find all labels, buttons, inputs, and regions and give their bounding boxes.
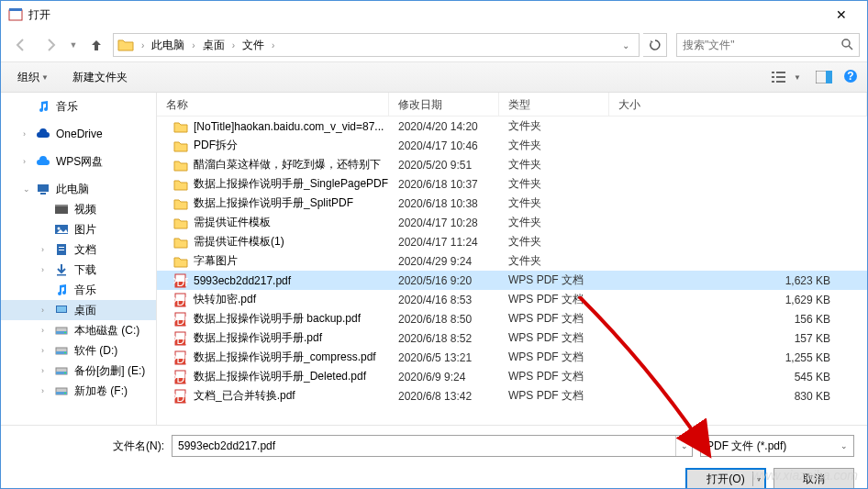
file-row[interactable]: 数据上报操作说明手册_SinglePagePDF2020/6/18 10:37文… [157, 174, 867, 194]
refresh-button[interactable] [643, 33, 667, 57]
sidebar-item-下载[interactable]: ›下载 [1, 260, 156, 280]
file-type: WPS PDF 文档 [499, 369, 609, 384]
disk-icon [54, 363, 69, 378]
file-date: 2020/4/17 11:24 [389, 236, 499, 249]
search-box[interactable] [676, 33, 860, 57]
close-button[interactable]: ✕ [823, 1, 860, 28]
svg-text:PDF: PDF [173, 315, 188, 327]
svg-rect-8 [772, 81, 774, 83]
file-type: 文件夹 [499, 176, 609, 192]
expand-icon[interactable]: › [41, 306, 52, 315]
cancel-button[interactable]: 取消 [773, 468, 854, 489]
help-button[interactable]: ? [843, 69, 858, 86]
sidebar-item-桌面[interactable]: ›桌面 [1, 300, 156, 320]
doc-icon [54, 242, 69, 257]
open-button-dropdown[interactable]: ▾ [752, 472, 761, 486]
sidebar-item-label: 此电脑 [56, 182, 89, 197]
breadcrumb-此电脑[interactable]: 此电脑 [148, 37, 188, 53]
file-name: PDF拆分 [194, 138, 238, 153]
svg-point-2 [842, 39, 850, 47]
filename-input[interactable] [172, 439, 675, 452]
file-size: 156 KB [609, 313, 867, 326]
svg-rect-4 [772, 72, 774, 73]
sidebar-item-软件 (D:)[interactable]: ›软件 (D:) [1, 340, 156, 361]
file-row[interactable]: 需提供证件模板(1)2020/4/17 11:24文件夹 [157, 232, 867, 251]
file-row[interactable]: PDF文档_已合并转换.pdf2020/6/8 13:42WPS PDF 文档8… [157, 386, 867, 406]
expand-icon[interactable]: › [23, 129, 34, 139]
filetype-dropdown[interactable]: ⌄ [840, 441, 848, 450]
file-row[interactable]: PDF数据上报操作说明手册_compress.pdf2020/6/5 13:21… [157, 348, 867, 367]
file-row[interactable]: PDF数据上报操作说明手册 backup.pdf2020/6/18 8:50WP… [157, 309, 867, 328]
sidebar-item-备份[勿删] (E:)[interactable]: ›备份[勿删] (E:) [1, 361, 156, 381]
new-folder-button[interactable]: 新建文件夹 [65, 67, 135, 88]
file-type: WPS PDF 文档 [499, 388, 609, 404]
file-row[interactable]: 醋溜白菜这样做，好吃到爆，还特别下2020/5/20 9:51文件夹 [157, 155, 867, 174]
search-input[interactable] [683, 39, 840, 51]
file-name: 数据上报操作说明手册.pdf [194, 330, 322, 346]
expand-icon[interactable]: › [41, 265, 52, 274]
breadcrumb[interactable]: › 此电脑›桌面›文件› ⌄ [113, 33, 640, 57]
column-header-date[interactable]: 修改日期 [389, 93, 499, 116]
svg-text:PDF: PDF [173, 392, 188, 404]
file-row[interactable]: [NoTitle]haokan.baidu.com_v_vid=87...202… [157, 117, 867, 136]
file-size: 1,255 KB [609, 351, 867, 364]
preview-pane-button[interactable] [812, 69, 836, 85]
nav-up-button[interactable] [83, 32, 109, 58]
sidebar-item-图片[interactable]: 图片 [1, 219, 156, 239]
filename-combo[interactable]: ⌄ [172, 435, 693, 457]
organize-button[interactable]: 组织 ▼ [10, 67, 56, 88]
file-name: 数据上报操作说明手册_SinglePagePDF [194, 176, 388, 192]
breadcrumb-dropdown[interactable]: ⌄ [617, 40, 635, 50]
file-row[interactable]: PDF5993ecb2dd217.pdf2020/5/16 9:20WPS PD… [157, 271, 867, 290]
svg-rect-1 [9, 8, 22, 11]
sidebar-item-OneDrive[interactable]: ›OneDrive [1, 124, 156, 144]
file-type: 文件夹 [499, 195, 609, 211]
file-row[interactable]: PDF数据上报操作说明手册_Deleted.pdf2020/6/9 9:24WP… [157, 367, 867, 386]
sidebar-item-本地磁盘 (C:)[interactable]: ›本地磁盘 (C:) [1, 320, 156, 340]
column-header-type[interactable]: 类型 [499, 93, 609, 116]
expand-icon[interactable]: ⌄ [23, 184, 34, 194]
folder-icon [117, 37, 134, 53]
view-list-button[interactable]: ▼ [768, 68, 805, 86]
sidebar-item-视频[interactable]: 视频 [1, 199, 156, 219]
filename-dropdown[interactable]: ⌄ [675, 436, 692, 456]
file-name: 快转加密.pdf [194, 292, 256, 307]
filetype-combo[interactable]: PDF 文件 (*.pdf) ⌄ [700, 435, 854, 457]
chevron-right-icon: › [138, 40, 148, 50]
column-header-size[interactable]: 大小 [609, 93, 867, 116]
search-icon[interactable] [840, 38, 853, 53]
file-row[interactable]: 字幕图片2020/4/29 9:24文件夹 [157, 251, 867, 271]
nav-recent-dropdown[interactable]: ▼ [67, 32, 80, 58]
sidebar: 音乐›OneDrive›WPS网盘⌄此电脑视频图片›文档›下载音乐›桌面›本地磁… [1, 93, 157, 425]
file-date: 2020/6/18 10:38 [389, 197, 499, 210]
file-date: 2020/4/20 14:20 [389, 120, 499, 133]
sidebar-item-此电脑[interactable]: ⌄此电脑 [1, 179, 156, 199]
expand-icon[interactable]: › [41, 386, 52, 395]
file-type: WPS PDF 文档 [499, 292, 609, 307]
expand-icon[interactable]: › [41, 366, 52, 375]
expand-icon[interactable]: › [41, 326, 52, 335]
file-row[interactable]: PDF快转加密.pdf2020/4/16 8:53WPS PDF 文档1,629… [157, 290, 867, 309]
sidebar-item-新加卷 (F:)[interactable]: ›新加卷 (F:) [1, 381, 156, 401]
sidebar-item-文档[interactable]: ›文档 [1, 239, 156, 260]
sidebar-item-音乐[interactable]: 音乐 [1, 96, 156, 117]
breadcrumb-文件[interactable]: 文件 [239, 37, 268, 53]
cloud-icon [36, 154, 50, 169]
file-date: 2020/6/18 10:37 [389, 178, 499, 191]
file-row[interactable]: PDF拆分2020/4/17 10:46文件夹 [157, 136, 867, 155]
expand-icon[interactable]: › [41, 245, 52, 254]
file-row[interactable]: 数据上报操作说明手册_SplitPDF2020/6/18 10:38文件夹 [157, 194, 867, 213]
file-date: 2020/4/17 10:28 [389, 217, 499, 229]
file-row[interactable]: PDF数据上报操作说明手册.pdf2020/6/18 8:52WPS PDF 文… [157, 328, 867, 348]
desk-icon [54, 303, 69, 317]
file-date: 2020/5/20 9:51 [389, 159, 499, 172]
expand-icon[interactable]: › [23, 157, 34, 166]
open-button[interactable]: 打开(O)▾ [685, 468, 766, 489]
expand-icon[interactable]: › [41, 346, 52, 355]
breadcrumb-桌面[interactable]: 桌面 [199, 37, 228, 53]
sidebar-item-音乐[interactable]: 音乐 [1, 280, 156, 300]
window-title: 打开 [28, 7, 823, 23]
column-header-name[interactable]: 名称 [157, 93, 389, 116]
sidebar-item-WPS网盘[interactable]: ›WPS网盘 [1, 151, 156, 172]
file-row[interactable]: 需提供证件模板2020/4/17 10:28文件夹 [157, 213, 867, 232]
